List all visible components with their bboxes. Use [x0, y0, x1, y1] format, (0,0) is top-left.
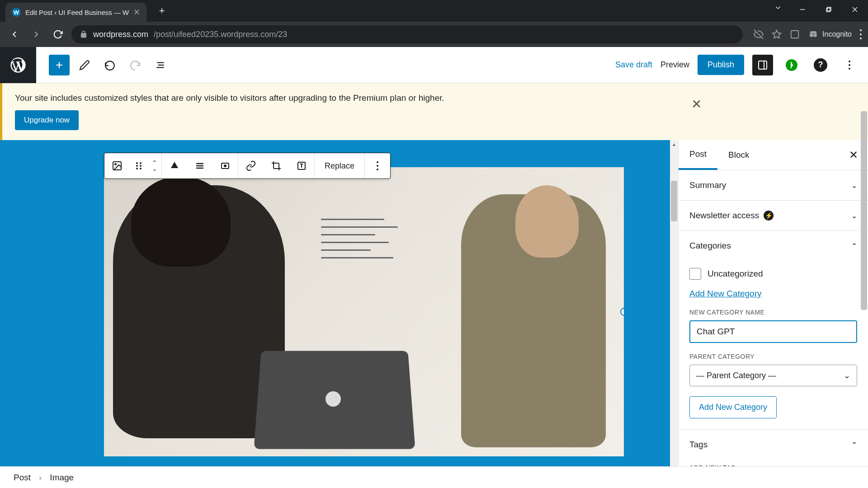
drag-handle-icon[interactable]: [130, 153, 148, 178]
add-new-category-button[interactable]: Add New Category: [689, 396, 777, 418]
uncategorized-checkbox[interactable]: [689, 268, 701, 280]
notice-text: Your site includes customized styles tha…: [15, 93, 444, 103]
replace-button[interactable]: Replace: [315, 153, 364, 178]
crop-button[interactable]: [264, 153, 289, 178]
save-draft-button[interactable]: Save draft: [615, 60, 652, 70]
panel-newsletter-toggle[interactable]: Newsletter access ⚡ ⌄: [679, 201, 868, 230]
url-path: /post/uifeed20235.wordpress.com/23: [154, 30, 287, 39]
scroll-up-icon[interactable]: ▲: [671, 141, 677, 147]
address-bar[interactable]: wordpress.com/post/uifeed20235.wordpress…: [71, 25, 743, 43]
wordpress-favicon: W: [12, 8, 21, 17]
close-notice-button[interactable]: ✕: [691, 97, 702, 112]
svg-point-16: [115, 164, 116, 165]
block-options-button[interactable]: [365, 153, 390, 178]
panel-summary-toggle[interactable]: Summary ⌄: [679, 170, 868, 200]
wordpress-logo[interactable]: [0, 47, 36, 83]
block-toolbar: ⌃ ⌄ Replace: [104, 153, 391, 179]
panel-tags-toggle[interactable]: Tags ⌃: [679, 430, 868, 460]
document-overview-button[interactable]: [150, 55, 171, 75]
redo-button[interactable]: [125, 55, 146, 75]
scroll-thumb[interactable]: [861, 111, 867, 310]
undo-button[interactable]: [99, 55, 120, 75]
svg-point-21: [136, 168, 138, 169]
parent-category-select[interactable]: — Parent Category — ⌄: [689, 365, 857, 386]
block-movers: ⌃ ⌄: [148, 153, 161, 178]
browser-tab[interactable]: W Edit Post ‹ UI Feed Business — W ✕: [5, 3, 146, 22]
new-category-name-label: NEW CATEGORY NAME: [689, 309, 857, 316]
bookmark-star-icon[interactable]: [772, 29, 782, 39]
incognito-badge[interactable]: Incognito: [808, 29, 852, 40]
tab-block[interactable]: Block: [717, 141, 760, 169]
sidebar-scrollbar[interactable]: [860, 84, 868, 466]
breadcrumb-current[interactable]: Image: [50, 473, 74, 483]
window-minimize-button[interactable]: [789, 0, 816, 19]
image-content: [326, 391, 341, 407]
svg-rect-7: [791, 31, 799, 38]
extensions-icon[interactable]: [790, 29, 800, 39]
eye-off-icon[interactable]: [754, 29, 764, 39]
move-down-button[interactable]: ⌄: [152, 166, 157, 172]
align-button[interactable]: [162, 153, 187, 178]
uncategorized-label: Uncategorized: [708, 269, 763, 279]
svg-rect-1: [826, 8, 830, 12]
breadcrumb: Post › Image: [0, 466, 868, 488]
settings-sidebar-toggle[interactable]: [752, 55, 773, 75]
chevron-up-icon: ⌃: [851, 441, 857, 449]
editor-canvas[interactable]: ⌃ ⌄ Replace: [0, 140, 678, 488]
chevron-down-icon: ⌄: [844, 371, 850, 380]
svg-point-19: [136, 165, 138, 167]
chrome-menu-icon[interactable]: [860, 29, 862, 39]
window-close-button[interactable]: [842, 0, 868, 19]
publish-button[interactable]: Publish: [698, 55, 744, 75]
new-category-name-input[interactable]: [689, 320, 857, 343]
link-button[interactable]: [238, 153, 264, 178]
jetpack-icon[interactable]: [781, 55, 802, 75]
panel-tags-title: Tags: [689, 440, 708, 450]
chevron-up-icon: ⌃: [851, 242, 857, 250]
panel-categories-title: Categories: [689, 241, 731, 251]
lock-icon: [80, 30, 88, 38]
image-content: [131, 176, 231, 267]
canvas-scrollbar[interactable]: ▲ ▼: [670, 140, 678, 488]
url-domain: wordpress.com: [93, 30, 148, 39]
incognito-label: Incognito: [822, 30, 852, 38]
scroll-thumb[interactable]: [671, 181, 677, 221]
edit-mode-button[interactable]: [74, 55, 95, 75]
chevron-right-icon: ›: [39, 473, 42, 483]
chevron-down-icon: ⌄: [851, 211, 857, 220]
block-type-image-icon[interactable]: [104, 153, 130, 178]
svg-point-17: [136, 162, 138, 164]
svg-point-20: [140, 165, 142, 167]
caption-button[interactable]: [187, 153, 212, 178]
tab-post[interactable]: Post: [679, 140, 717, 170]
duotone-button[interactable]: [212, 153, 238, 178]
jetpack-badge-icon: ⚡: [764, 211, 774, 221]
add-block-button[interactable]: +: [49, 55, 70, 75]
chevron-down-icon: ⌄: [851, 181, 857, 190]
add-new-category-link[interactable]: Add New Category: [689, 289, 857, 299]
browser-forward-button[interactable]: [28, 26, 44, 42]
panel-categories-toggle[interactable]: Categories ⌃: [679, 231, 868, 261]
image-content: [515, 185, 579, 258]
new-tab-button[interactable]: +: [154, 3, 170, 19]
svg-rect-13: [759, 61, 767, 69]
image-block[interactable]: [104, 167, 624, 456]
resize-handle[interactable]: [620, 308, 624, 316]
close-tab-icon[interactable]: ✕: [133, 7, 140, 17]
browser-back-button[interactable]: [6, 26, 23, 42]
upgrade-now-button[interactable]: Upgrade now: [15, 110, 79, 130]
svg-rect-2: [827, 7, 831, 11]
options-menu-button[interactable]: [839, 55, 860, 75]
breadcrumb-root[interactable]: Post: [14, 473, 31, 483]
parent-category-value: — Parent Category —: [696, 371, 776, 380]
preview-button[interactable]: Preview: [660, 60, 689, 70]
parent-category-label: PARENT CATEGORY: [689, 353, 857, 360]
svg-point-8: [810, 33, 813, 37]
window-maximize-button[interactable]: [816, 0, 842, 19]
panel-newsletter-title: Newsletter access: [689, 211, 759, 221]
move-up-button[interactable]: ⌃: [152, 160, 157, 165]
help-button[interactable]: ?: [810, 55, 831, 75]
tab-search-icon[interactable]: [774, 4, 782, 12]
text-overlay-button[interactable]: [289, 153, 314, 178]
browser-reload-button[interactable]: [50, 26, 66, 42]
